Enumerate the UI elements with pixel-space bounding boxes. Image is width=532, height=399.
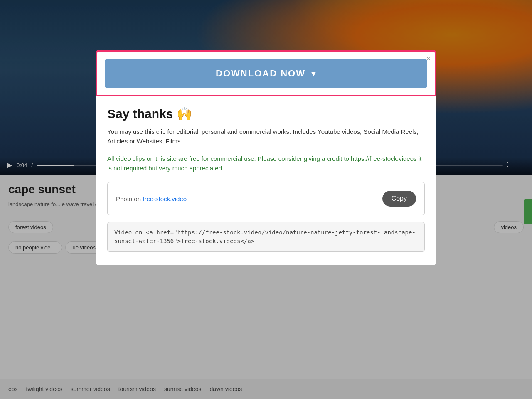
download-now-button[interactable]: DOWNLOAD NOW ▾ xyxy=(105,59,427,88)
copy-button[interactable]: Copy xyxy=(382,191,416,207)
chevron-down-icon: ▾ xyxy=(311,69,316,79)
credit-prefix-text: Photo on xyxy=(116,195,143,202)
credit-prefix: Photo on free-stock.video xyxy=(116,195,187,202)
modal-body: Say thanks 🙌 You may use this clip for e… xyxy=(96,96,436,265)
credit-link[interactable]: free-stock.video xyxy=(143,195,187,202)
download-label: DOWNLOAD NOW xyxy=(216,68,305,79)
download-section: DOWNLOAD NOW ▾ × xyxy=(96,50,436,96)
modal-title: Say thanks 🙌 xyxy=(107,106,425,121)
close-button[interactable]: × xyxy=(426,55,431,62)
html-credit-textarea[interactable]: Video on <a href="https://free-stock.vid… xyxy=(107,222,425,252)
credit-green-text: All video clips on this site are free fo… xyxy=(107,154,425,173)
modal-dialog: DOWNLOAD NOW ▾ × Say thanks 🙌 You may us… xyxy=(96,50,436,265)
modal-overlay: DOWNLOAD NOW ▾ × Say thanks 🙌 You may us… xyxy=(0,0,532,399)
license-text: You may use this clip for editorial, per… xyxy=(107,127,425,146)
credit-copy-box: Photo on free-stock.video Copy xyxy=(107,182,425,215)
